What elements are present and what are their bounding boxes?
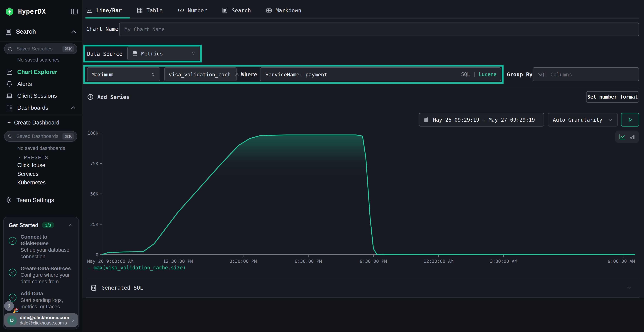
chevron-right-icon [71, 318, 75, 322]
tab-label: Number [188, 7, 207, 13]
sql-mode-button[interactable]: SQL [461, 71, 470, 77]
set-number-format-label: Set number format [587, 94, 638, 100]
set-number-format-button[interactable]: Set number format [586, 91, 639, 103]
collapse-sidebar-icon[interactable] [71, 8, 78, 15]
saved-searches-input[interactable]: ⌘K [4, 44, 77, 54]
y-tick-label: 50K [90, 192, 98, 196]
get-started-item-add-data[interactable]: Add DataStart sending logs, metrics, or … [8, 290, 74, 310]
get-started-item-create-data-sources[interactable]: Create Data SourcesConfigure where your … [8, 265, 74, 285]
x-tick-label: 3:30:00 AM [490, 259, 517, 264]
team-settings-button[interactable]: Team Settings [5, 197, 54, 204]
check-circle-icon [8, 237, 16, 245]
x-tick-label: 9:30:00 PM [360, 259, 387, 264]
tab-table[interactable]: Table [137, 7, 162, 13]
generated-sql-label: Generated SQL [102, 284, 143, 291]
chart-name-input[interactable] [119, 22, 639, 36]
add-series-label: Add Series [97, 94, 130, 100]
x-tick-label: 9:00:00 AM [608, 259, 635, 264]
app-window: HyperDX Search ⌘K No saved searches Char… [0, 0, 644, 332]
calendar-icon [424, 117, 429, 122]
generated-sql-toggle[interactable]: Generated SQL [82, 278, 639, 297]
line-bar-icon [86, 7, 92, 13]
bell-icon [6, 80, 13, 87]
tab-line-bar[interactable]: Line/Bar [86, 7, 122, 13]
chart-name-field[interactable] [124, 26, 634, 33]
logo-row: HyperDX [5, 5, 78, 18]
sidebar-item-label: Dashboards [17, 104, 48, 111]
y-tick-label: 100K [88, 130, 98, 136]
laptop-icon [6, 92, 13, 99]
preset-clickhouse[interactable]: ClickHouse [17, 162, 46, 168]
sidebar-item-dashboards[interactable]: Dashboards [0, 102, 82, 114]
tab-label: Markdown [276, 7, 301, 13]
presets-header[interactable]: PRESETS [16, 155, 48, 160]
number-123-icon: 123 [177, 8, 184, 12]
avatar: D [7, 315, 17, 325]
where-field[interactable] [264, 71, 461, 78]
chevron-up-icon[interactable] [68, 222, 74, 228]
remove-metric-icon[interactable] [234, 72, 239, 77]
aggregation-select[interactable]: Maximum [87, 68, 160, 82]
legend-label: max(visa_validation_cache.size) [94, 265, 186, 271]
active-tab-indicator [86, 17, 130, 18]
sidebar-nav: Chart ExplorerAlertsClient SessionsDashb… [0, 66, 82, 113]
journal-icon [5, 28, 12, 35]
preset-services[interactable]: Services [17, 171, 46, 177]
sidebar-item-label: Chart Explorer [17, 68, 57, 75]
y-tick-label: 0 [96, 252, 98, 258]
where-input[interactable]: SQL | Lucene [260, 68, 501, 82]
get-started-title: Get Started [8, 222, 38, 228]
celebration-emoji: 🎉 [13, 308, 19, 314]
run-query-button[interactable] [621, 113, 639, 126]
granularity-select[interactable]: Auto Granularity [548, 113, 618, 126]
x-tick-label: 12:30:00 PM [163, 259, 193, 264]
group-by-field[interactable] [537, 71, 634, 78]
check-circle-icon [8, 269, 16, 276]
help-button[interactable]: ? [4, 301, 14, 311]
get-started-header[interactable]: Get Started 3/3 [8, 222, 74, 228]
tab-markdown[interactable]: Markdown [266, 7, 301, 13]
x-tick-label: May 26 9:00:00 AM [87, 259, 134, 264]
add-series-button[interactable]: Add Series [87, 94, 130, 100]
chevron-up-icon[interactable] [70, 104, 76, 111]
y-tick-label: 75K [90, 161, 98, 166]
timeseries-chart[interactable]: 100K75K50K25K0May 26 9:00:00 AM12:30:00 … [82, 128, 640, 266]
check-circle-icon [8, 294, 16, 302]
page-footer-area [82, 298, 644, 332]
saved-dashboards-field[interactable] [16, 133, 60, 140]
data-source-select[interactable]: Metrics [127, 46, 200, 60]
chartline-icon [6, 68, 13, 75]
sidebar-section-search[interactable]: Search [5, 26, 77, 38]
chart-name-label: Chart Name [86, 26, 118, 32]
x-tick-label: 3:30:00 PM [230, 259, 257, 264]
tab-number[interactable]: 123Number [177, 7, 207, 13]
metric-tag[interactable]: visa_validation_cach [164, 68, 236, 82]
saved-searches-field[interactable] [16, 46, 60, 52]
group-by-label: Group By [507, 71, 532, 78]
sidebar-item-client-sessions[interactable]: Client Sessions [0, 90, 82, 102]
group-by-input[interactable] [533, 68, 639, 82]
no-saved-dashboards-text: No saved dashboards [17, 146, 65, 151]
preset-list: ClickHouseServicesKubernetes [17, 162, 46, 186]
select-caret-icon [191, 51, 196, 56]
lucene-mode-button[interactable]: Lucene [479, 71, 496, 77]
grid-icon [6, 104, 13, 111]
chevron-up-icon[interactable] [70, 28, 77, 35]
no-saved-searches-text: No saved searches [17, 57, 60, 63]
sidebar: HyperDX Search ⌘K No saved searches Char… [0, 0, 82, 332]
chevron-down-icon [608, 117, 613, 122]
sidebar-item-alerts[interactable]: Alerts [0, 78, 82, 90]
date-range-picker[interactable]: May 26 09:29:19 - May 27 09:29:19 [419, 113, 544, 126]
shortcut-badge: ⌘K [62, 133, 74, 140]
create-dashboard-button[interactable]: + Create Dashboard [7, 119, 59, 126]
preset-kubernetes[interactable]: Kubernetes [17, 180, 46, 186]
sidebar-item-chart-explorer[interactable]: Chart Explorer [0, 66, 82, 78]
get-started-item-connect-to-clickhouse[interactable]: Connect to ClickHouseSet up your databas… [8, 234, 74, 260]
tab-search[interactable]: Search [222, 7, 251, 13]
user-menu[interactable]: D dale@clickhouse.com dale@clickhouse.co… [4, 314, 78, 327]
chevron-down-icon [626, 285, 632, 290]
saved-dashboards-input[interactable]: ⌘K [4, 131, 77, 142]
chart-legend[interactable]: — max(visa_validation_cache.size) [88, 265, 186, 271]
create-dashboard-label: Create Dashboard [14, 119, 59, 126]
table-icon [137, 7, 143, 13]
